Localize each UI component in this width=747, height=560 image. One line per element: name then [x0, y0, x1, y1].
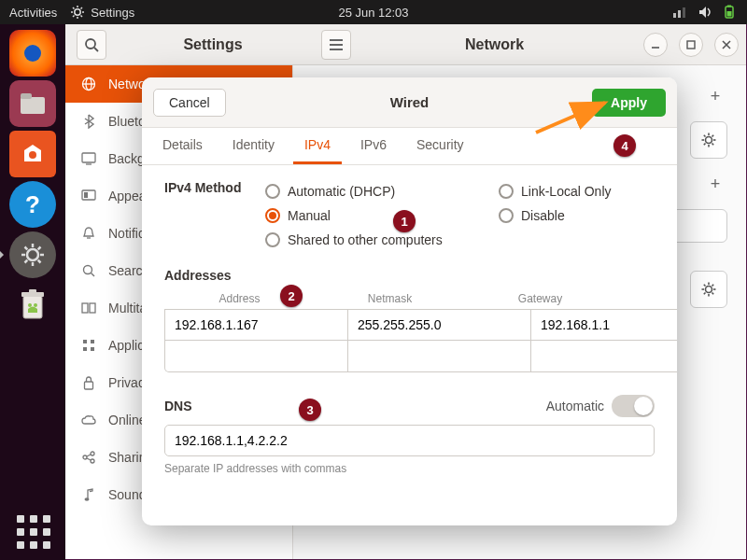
wired-settings-dialog: Cancel Wired Apply Details Identity IPv4… [142, 77, 677, 525]
window-close-button[interactable] [714, 33, 739, 57]
window-minimize-button[interactable] [643, 33, 668, 57]
appearance-icon [80, 188, 97, 204]
search-icon [84, 37, 99, 52]
lock-icon [80, 374, 97, 391]
address-row [164, 309, 655, 341]
sidebar-title: Settings [138, 36, 288, 53]
radio-label: Manual [288, 208, 331, 223]
add-connection-button[interactable]: + [703, 84, 727, 108]
tab-details[interactable]: Details [151, 128, 214, 164]
svg-rect-31 [29, 289, 36, 293]
dock-settings[interactable] [9, 231, 56, 278]
minimize-icon [650, 39, 661, 50]
radio-manual[interactable]: Manual [265, 208, 499, 223]
svg-rect-59 [85, 382, 93, 389]
radio-label: Disable [521, 208, 565, 223]
topbar-app-label: Settings [91, 6, 134, 20]
gateway-input[interactable] [531, 309, 677, 341]
svg-marker-12 [699, 7, 706, 18]
dock-software[interactable] [9, 131, 56, 177]
svg-rect-54 [90, 303, 95, 313]
battery-indicator-icon[interactable] [723, 5, 736, 20]
topbar-datetime[interactable]: 25 Jun 12:03 [338, 6, 408, 20]
gateway-input[interactable] [531, 341, 677, 372]
column-header-gateway: Gateway [465, 292, 615, 305]
dns-automatic-toggle[interactable] [612, 395, 655, 417]
svg-rect-46 [82, 153, 95, 162]
apply-button[interactable]: Apply [592, 89, 666, 117]
dialog-tabs: Details Identity IPv4 IPv6 Security [142, 128, 677, 165]
svg-rect-14 [727, 6, 731, 7]
desktop-icon [80, 150, 97, 167]
search-button[interactable] [77, 30, 106, 60]
volume-indicator-icon[interactable] [698, 6, 713, 19]
gear-icon [70, 5, 85, 20]
svg-line-27 [25, 260, 28, 263]
tab-ipv4[interactable]: IPv4 [293, 128, 342, 164]
svg-line-52 [92, 273, 95, 277]
address-input[interactable] [164, 309, 348, 341]
annotation-badge-3: 3 [299, 399, 321, 421]
sidebar-item-label: Sound [108, 487, 146, 502]
netmask-input[interactable] [348, 341, 531, 372]
radio-disable[interactable]: Disable [499, 208, 677, 223]
workspace-icon [80, 300, 97, 316]
address-input[interactable] [164, 341, 348, 372]
show-applications-button[interactable] [17, 515, 50, 549]
network-indicator-icon[interactable] [672, 6, 689, 19]
svg-line-82 [704, 293, 706, 295]
svg-line-7 [73, 16, 75, 18]
svg-line-72 [712, 144, 714, 146]
ipv4-method-label: IPv4 Method [164, 180, 241, 195]
connection-settings-button[interactable] [690, 121, 727, 159]
radio-link-local-only[interactable]: Link-Local Only [499, 184, 677, 199]
note-icon [80, 486, 97, 503]
dock-firefox[interactable] [9, 30, 56, 77]
globe-icon [80, 76, 97, 92]
topbar-app-menu[interactable]: Settings [70, 5, 134, 20]
tab-security[interactable]: Security [405, 128, 475, 164]
cancel-button[interactable]: Cancel [153, 89, 226, 117]
svg-line-83 [712, 285, 714, 287]
tab-identity[interactable]: Identity [221, 128, 286, 164]
dns-hint: Separate IP addresses with commas [164, 462, 655, 475]
dns-servers-input[interactable] [164, 425, 655, 456]
svg-point-51 [84, 266, 92, 274]
gear-icon [700, 281, 717, 298]
page-title: Network [364, 36, 625, 53]
window-titlebar: Settings Network [65, 24, 746, 65]
svg-point-61 [83, 455, 87, 459]
dns-automatic-label: Automatic [546, 399, 604, 413]
svg-rect-49 [84, 192, 88, 198]
annotation-badge-4: 4 [613, 134, 636, 157]
svg-point-75 [706, 287, 712, 293]
svg-rect-40 [687, 41, 695, 49]
maximize-icon [685, 39, 697, 50]
radio-shared[interactable]: Shared to other computers [265, 232, 677, 247]
dialog-title: Wired [390, 94, 430, 110]
svg-rect-10 [678, 10, 681, 18]
svg-line-63 [87, 455, 91, 456]
addresses-label: Addresses [164, 268, 655, 283]
connection-settings-button-2[interactable] [690, 271, 727, 308]
annotation-badge-2: 2 [280, 285, 303, 307]
search-icon [80, 262, 97, 279]
svg-rect-17 [21, 97, 45, 114]
dock-help[interactable]: ? [9, 181, 56, 228]
svg-line-28 [38, 247, 41, 250]
grid-icon [80, 337, 97, 354]
close-icon [721, 39, 732, 50]
hamburger-menu-button[interactable] [321, 30, 351, 60]
hamburger-icon [329, 38, 344, 51]
bluetooth-icon [80, 113, 97, 130]
dock-files[interactable] [9, 80, 56, 127]
activities-button[interactable]: Activities [9, 5, 57, 20]
tab-ipv6[interactable]: IPv6 [349, 128, 398, 164]
svg-line-6 [81, 16, 83, 18]
svg-rect-58 [91, 347, 94, 351]
dock-trash[interactable] [9, 282, 56, 329]
radio-automatic-dhcp[interactable]: Automatic (DHCP) [265, 184, 499, 199]
add-connection-button-2[interactable]: + [703, 172, 727, 196]
netmask-input[interactable] [348, 309, 531, 341]
window-maximize-button[interactable] [679, 33, 703, 57]
